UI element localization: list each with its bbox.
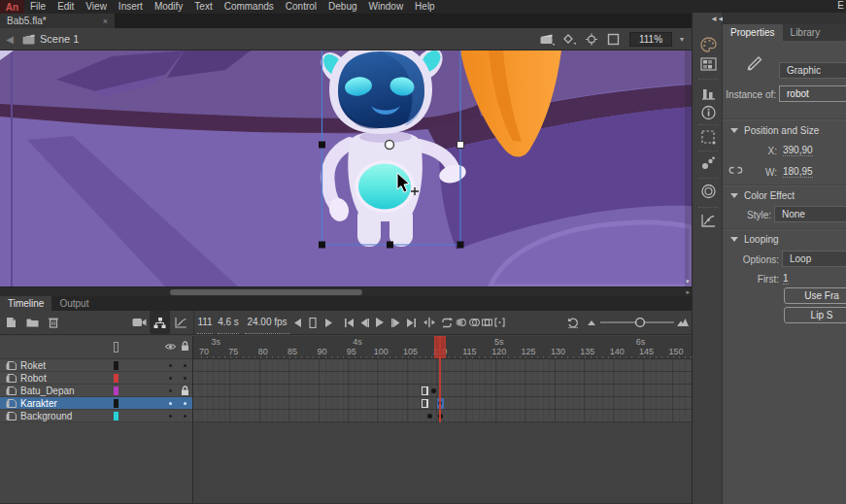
step-back-icon[interactable] (291, 311, 303, 334)
layer-visibility-dot[interactable] (169, 377, 172, 380)
layer-row-batu_depan[interactable]: Batu_Depan (0, 385, 192, 397)
playhead-marker[interactable] (434, 336, 446, 358)
instance-name-field[interactable]: robot (779, 85, 846, 102)
layer-outline-color[interactable] (114, 386, 118, 395)
new-layer-button[interactable] (4, 311, 17, 334)
layer-visibility-dot[interactable] (169, 402, 172, 405)
onion-skin-button[interactable] (455, 311, 467, 334)
color-panel-icon[interactable] (700, 37, 717, 53)
edit-scene-icon[interactable] (540, 33, 555, 46)
align-panel-icon[interactable] (700, 85, 717, 102)
document-tab[interactable]: Bab5.fla* × (0, 14, 115, 28)
swatches-panel-icon[interactable] (700, 56, 717, 73)
zoom-dropdown-icon[interactable]: ▾ (680, 35, 688, 44)
layer-outline-color[interactable] (114, 374, 118, 383)
keyframe-dot[interactable] (427, 414, 432, 419)
menu-text[interactable]: Text (188, 0, 218, 14)
motion-editor-panel-icon[interactable] (700, 213, 717, 229)
layer-row-background[interactable]: Background (0, 410, 192, 422)
new-folder-button[interactable] (24, 311, 40, 334)
play-button[interactable] (373, 311, 387, 334)
frame-picker-panel-icon[interactable] (700, 155, 717, 172)
reset-timeline-zoom-button[interactable] (566, 311, 580, 334)
stage-canvas[interactable]: ▾ (0, 50, 692, 286)
info-panel-icon[interactable] (700, 105, 717, 121)
menu-edit[interactable]: Edit (51, 0, 80, 14)
current-frame-value[interactable]: 111 (197, 311, 213, 334)
menu-control[interactable]: Control (280, 0, 322, 14)
frame-span-end-marker[interactable] (422, 399, 427, 408)
camera-button[interactable] (130, 311, 148, 334)
menu-modify[interactable]: Modify (149, 0, 188, 14)
layer-lock-icon[interactable] (181, 386, 189, 396)
layer-outline-color[interactable] (114, 361, 118, 370)
horizontal-scrollbar[interactable]: ▸ (0, 286, 692, 296)
menu-help[interactable]: Help (409, 0, 441, 14)
menu-window[interactable]: Window (363, 0, 410, 14)
menu-insert[interactable]: Insert (113, 0, 149, 14)
layer-lock-dot[interactable] (184, 377, 186, 380)
back-arrow-icon[interactable]: ◀ (3, 34, 17, 45)
edit-symbols-icon[interactable] (562, 33, 577, 46)
timeline-zoom-slider[interactable] (600, 311, 674, 334)
scene-name[interactable]: Scene 1 (40, 33, 79, 45)
step-forward-icon[interactable] (322, 311, 334, 334)
timeline-zoom-out-icon[interactable] (586, 311, 597, 334)
modify-markers-button[interactable] (493, 311, 506, 334)
use-frame-picker-button[interactable]: Use Fra (784, 287, 846, 304)
center-playhead-button[interactable] (422, 311, 437, 334)
clip-content-icon[interactable] (607, 33, 622, 46)
tab-library[interactable]: Library (783, 24, 829, 41)
edit-multiple-frames-button[interactable] (481, 311, 493, 334)
first-frame-value[interactable]: 1 (783, 273, 789, 285)
layer-lock-dot[interactable] (184, 415, 186, 418)
tab-properties[interactable]: Properties (723, 24, 783, 41)
menu-commands[interactable]: Commands (219, 0, 280, 14)
go-to-last-frame-button[interactable] (404, 311, 418, 334)
tab-output[interactable]: Output (51, 296, 96, 311)
timeline-zoom-in-icon[interactable] (676, 311, 690, 334)
vertical-scrollbar[interactable]: ▾ (685, 50, 692, 286)
lip-sync-button[interactable]: Lip S (784, 307, 846, 323)
workspace-switcher[interactable]: E (835, 0, 846, 12)
center-stage-icon[interactable] (585, 33, 599, 46)
hscroll-thumb[interactable] (170, 289, 362, 295)
layer-outline-color[interactable] (114, 412, 118, 420)
menu-file[interactable]: File (24, 0, 51, 14)
layer-lock-dot[interactable] (184, 402, 186, 405)
style-dropdown[interactable]: None (774, 206, 846, 222)
show-parenting-button[interactable] (150, 311, 170, 334)
menu-view[interactable]: View (80, 0, 113, 14)
tab-timeline[interactable]: Timeline (0, 296, 51, 311)
section-color-effect[interactable]: Color Effect (730, 190, 795, 201)
transform-panel-icon[interactable] (700, 129, 717, 146)
section-looping[interactable]: Looping (730, 234, 779, 245)
layer-row-roket[interactable]: Roket (0, 359, 192, 372)
frame-rate-value[interactable]: 24.00 fps (245, 311, 289, 334)
close-tab-icon[interactable]: × (103, 17, 108, 26)
symbol-type-dropdown[interactable]: Graphic (779, 62, 846, 79)
step-forward-one-frame-button[interactable] (389, 311, 402, 334)
layer-visibility-dot[interactable] (169, 364, 172, 367)
menu-debug[interactable]: Debug (322, 0, 362, 14)
layer-row-karakter[interactable]: Karakter (0, 397, 192, 410)
layer-lock-dot[interactable] (184, 364, 186, 367)
frame-span-end-marker[interactable] (422, 386, 427, 395)
outline-column-icon[interactable] (114, 342, 118, 353)
layer-outline-color[interactable] (114, 399, 118, 408)
elapsed-time-value[interactable]: 4.6 s (218, 311, 239, 334)
loop-dropdown[interactable]: Loop (782, 251, 846, 267)
x-value[interactable]: 390,90 (783, 145, 813, 156)
zoom-level-input[interactable]: 111% (629, 32, 672, 47)
go-to-first-frame-button[interactable] (342, 311, 355, 334)
current-frame-icon[interactable] (307, 311, 319, 334)
layer-row-robot[interactable]: Robot (0, 372, 192, 385)
w-value[interactable]: 180,95 (783, 166, 813, 178)
onion-skin-outlines-button[interactable] (468, 311, 481, 334)
frame-grid[interactable] (193, 359, 692, 422)
keyframe-dot[interactable] (431, 388, 436, 393)
link-width-height-icon[interactable] (728, 164, 743, 176)
cc-libraries-panel-icon[interactable] (700, 184, 717, 200)
loop-button[interactable] (439, 311, 455, 334)
collapse-panels-icon[interactable]: ◄◄ (710, 15, 724, 23)
